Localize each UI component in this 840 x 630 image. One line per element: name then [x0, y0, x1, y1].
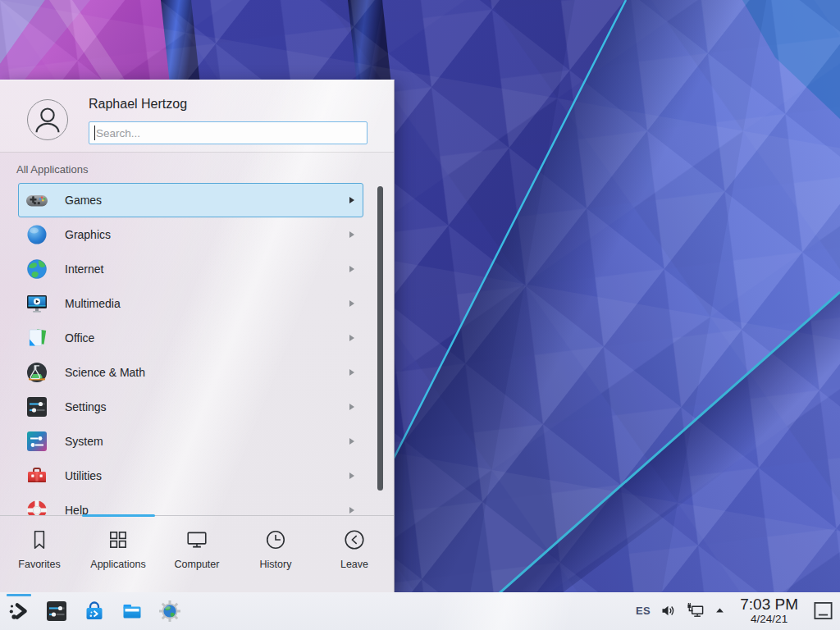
web-browser-launcher[interactable] — [158, 592, 181, 630]
submenu-arrow-icon — [349, 231, 354, 238]
category-row-system[interactable]: System — [18, 424, 363, 459]
history-icon — [264, 528, 287, 551]
category-label: Office — [65, 331, 94, 345]
category-row-internet[interactable]: Internet — [18, 252, 363, 286]
system-tray: ES 7:03 PM 4/24/21 — [636, 596, 840, 625]
submenu-arrow-icon — [349, 507, 354, 514]
launcher-tabbar: FavoritesApplicationsComputerHistoryLeav… — [0, 515, 394, 592]
tab-label: Leave — [340, 559, 368, 570]
tab-leave[interactable]: Leave — [315, 516, 394, 592]
task-launchers — [0, 592, 181, 630]
category-label: System — [65, 435, 103, 448]
category-label: Settings — [65, 400, 107, 413]
active-tab-indicator — [82, 514, 155, 517]
digital-clock[interactable]: 7:03 PM 4/24/21 — [735, 596, 803, 625]
konqueror-icon — [158, 600, 181, 623]
applications-icon — [107, 528, 130, 551]
tab-favorites[interactable]: Favorites — [0, 516, 79, 592]
user-avatar[interactable] — [27, 99, 68, 140]
tab-label: Computer — [175, 559, 220, 570]
internet-icon — [25, 258, 48, 281]
tab-label: History — [260, 559, 292, 570]
games-icon — [25, 189, 48, 212]
tab-applications[interactable]: Applications — [79, 516, 158, 592]
category-row-science-math[interactable]: Science & Math — [18, 355, 363, 390]
submenu-arrow-icon — [349, 300, 354, 307]
submenu-arrow-icon — [349, 438, 354, 445]
section-label: All Applications — [16, 163, 88, 176]
system-icon — [25, 430, 48, 453]
tab-label: Applications — [90, 559, 145, 570]
system-settings-icon — [45, 600, 68, 623]
user-name: Raphael Hertzog — [89, 97, 187, 112]
search-input[interactable] — [89, 121, 368, 144]
category-label: Games — [65, 194, 102, 207]
text-caret — [94, 126, 95, 140]
submenu-arrow-icon — [349, 472, 354, 479]
science-icon — [25, 361, 48, 384]
clock-time: 7:03 PM — [740, 596, 798, 613]
submenu-arrow-icon — [349, 335, 354, 341]
category-label: Graphics — [65, 228, 111, 241]
keyboard-layout-indicator[interactable]: ES — [636, 605, 651, 617]
submenu-arrow-icon — [349, 197, 354, 203]
taskbar-panel: ES 7:03 PM 4/24/21 — [0, 592, 840, 630]
tab-label: Favorites — [18, 559, 60, 570]
discover-icon — [83, 600, 106, 623]
application-launcher-menu: Raphael Hertzog All Applications GamesGr… — [0, 80, 395, 592]
scrollbar[interactable] — [377, 186, 383, 491]
graphics-icon — [25, 223, 48, 246]
office-icon — [25, 326, 48, 349]
multimedia-icon — [25, 292, 48, 315]
launcher-header: Raphael Hertzog — [0, 80, 394, 153]
submenu-arrow-icon — [349, 266, 354, 272]
favorites-icon — [28, 528, 51, 551]
submenu-arrow-icon — [349, 404, 354, 410]
person-icon — [28, 100, 67, 139]
submenu-arrow-icon — [349, 369, 354, 376]
dolphin-icon — [121, 600, 144, 623]
category-row-multimedia[interactable]: Multimedia — [18, 286, 363, 321]
category-row-office[interactable]: Office — [18, 321, 363, 355]
show-desktop-button[interactable] — [812, 600, 834, 622]
clock-date: 4/24/21 — [740, 614, 798, 625]
category-label: Science & Math — [65, 366, 145, 379]
category-row-help[interactable]: Help — [18, 493, 363, 516]
category-label: Internet — [65, 262, 103, 276]
tab-history[interactable]: History — [236, 516, 315, 592]
category-label: Utilities — [65, 469, 102, 482]
category-list: GamesGraphicsInternetMultimediaOfficeSci… — [0, 180, 394, 516]
utilities-icon — [25, 464, 48, 487]
category-row-graphics[interactable]: Graphics — [18, 217, 363, 252]
discover-launcher[interactable] — [83, 592, 106, 630]
system-settings-launcher[interactable] — [45, 592, 68, 630]
tab-computer[interactable]: Computer — [158, 516, 236, 592]
category-row-games[interactable]: Games — [18, 183, 363, 217]
help-icon — [25, 499, 48, 516]
category-label: Multimedia — [65, 297, 121, 310]
kde-launcher-icon — [7, 600, 30, 623]
category-row-utilities[interactable]: Utilities — [18, 459, 363, 493]
computer-icon — [185, 528, 208, 551]
leave-icon — [343, 528, 366, 551]
settings-icon — [25, 395, 48, 418]
volume-icon[interactable] — [660, 602, 677, 619]
file-manager-launcher[interactable] — [121, 592, 144, 630]
network-icon[interactable] — [686, 601, 705, 620]
application-launcher-button[interactable] — [7, 592, 30, 630]
expand-tray-icon[interactable] — [714, 605, 726, 617]
category-row-settings[interactable]: Settings — [18, 390, 363, 424]
search-field[interactable] — [89, 121, 368, 144]
